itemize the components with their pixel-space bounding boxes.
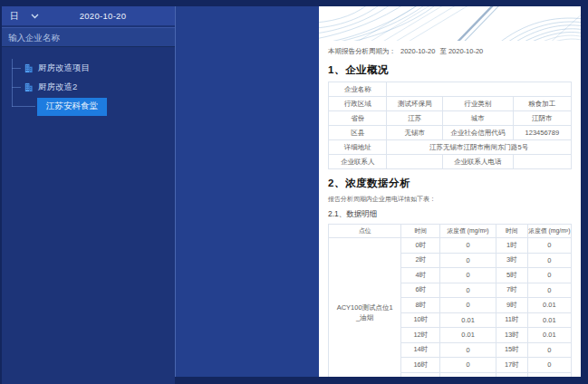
concentration-table-cell: 0 bbox=[527, 283, 571, 298]
concentration-table-cell: 0 bbox=[527, 253, 571, 268]
concentration-table-cell: 0.01 bbox=[440, 312, 496, 328]
period-prefix: 本期报告分析周期为： bbox=[328, 47, 396, 55]
period-selector-bar: 日 2020-10-20 bbox=[2, 6, 175, 25]
concentration-table-cell: 4时 bbox=[401, 268, 440, 283]
company-table-cell: 江阴市 bbox=[513, 111, 571, 126]
concentration-table-cell: 0 bbox=[527, 238, 571, 254]
app-window: 日 2020-10-20 bbox=[0, 0, 588, 384]
tree-item-canteen-selected[interactable]: 江苏安科食堂 bbox=[2, 97, 175, 116]
report-banner-graphic bbox=[319, 6, 581, 41]
concentration-table-cell: 0.01 bbox=[527, 312, 571, 328]
company-table-cell: 企业名称 bbox=[329, 82, 387, 97]
concentration-table-cell: 0.01 bbox=[527, 298, 571, 313]
tree-item-label: 厨房改造项目 bbox=[38, 62, 90, 74]
concentration-table-row: ACY100测试点位1_油烟0时01时0 bbox=[329, 238, 572, 254]
concentration-table-cell: 11时 bbox=[496, 312, 527, 328]
concentration-table-cell: 0时 bbox=[401, 238, 440, 254]
section2-title: 2、浓度数据分析 bbox=[328, 177, 572, 190]
concentration-table-cell: 0 bbox=[440, 238, 496, 254]
company-table-cell: 测试环保局 bbox=[387, 97, 443, 111]
concentration-table-cell: 7时 bbox=[496, 283, 527, 298]
company-table-cell: 企业社会信用代码 bbox=[442, 126, 513, 140]
concentration-table: 点位时间浓度值 (mg/m³)时间浓度值 (mg/m³) ACY100测试点位1… bbox=[328, 224, 572, 377]
company-tree: 厨房改造项目 厨房改造2 bbox=[2, 59, 175, 116]
company-table-cell bbox=[513, 155, 571, 169]
concentration-table-cell: 1时 bbox=[496, 238, 527, 254]
concentration-table-cell: 17时 bbox=[496, 358, 527, 373]
concentration-table-cell: 0 bbox=[440, 298, 496, 313]
concentration-table-cell: 0 bbox=[440, 253, 496, 268]
concentration-table-cell: 9时 bbox=[496, 298, 527, 313]
concentration-table-header: 浓度值 (mg/m³) bbox=[440, 225, 496, 238]
period-end-date: 2020-10-20 bbox=[448, 47, 483, 55]
section2-subtitle: 2.1、数据明细 bbox=[328, 209, 572, 220]
company-table-cell: 粮食加工 bbox=[513, 97, 571, 111]
concentration-table-cell: 5时 bbox=[496, 268, 527, 283]
period-separator: 至 bbox=[439, 47, 447, 55]
concentration-table-cell: 0 bbox=[527, 358, 571, 373]
tree-item-project-1[interactable]: 厨房改造项目 bbox=[2, 59, 175, 78]
granularity-label: 日 bbox=[10, 10, 19, 23]
concentration-table-cell bbox=[527, 372, 571, 377]
concentration-table-cell: 0 bbox=[527, 342, 571, 358]
company-table-cell: 行业类别 bbox=[442, 97, 513, 111]
tree-item-project-2[interactable]: 厨房改造2 bbox=[2, 78, 175, 97]
company-table-cell: 123456789 bbox=[513, 126, 571, 140]
company-table-cell: 详细地址 bbox=[329, 140, 387, 155]
company-table-cell: 江苏 bbox=[387, 111, 443, 126]
section2-description: 报告分析周期内企业用电详情如下表： bbox=[328, 195, 572, 204]
report-body: 本期报告分析周期为：2020-10-20至2020-10-20 1、企业概况 企… bbox=[319, 47, 581, 377]
concentration-table-cell: 8时 bbox=[401, 298, 440, 313]
tree-item-label: 厨房改造2 bbox=[38, 82, 77, 93]
concentration-table-cell: 0 bbox=[440, 342, 496, 358]
concentration-table-cell: 0 bbox=[440, 358, 496, 373]
concentration-table-header: 时间 bbox=[401, 225, 440, 238]
company-table-row: 行政区域测试环保局行业类别粮食加工 bbox=[329, 97, 572, 111]
building-icon bbox=[24, 63, 34, 73]
company-table-cell: 城市 bbox=[442, 111, 513, 126]
report-period-line: 本期报告分析周期为：2020-10-20至2020-10-20 bbox=[328, 47, 572, 56]
company-table-cell: 企业联系人 bbox=[329, 155, 387, 169]
building-icon bbox=[24, 82, 34, 92]
company-table-row: 详细地址江苏无锡市江阴市南闸东门路5号 bbox=[329, 140, 572, 155]
date-picker[interactable]: 2020-10-20 bbox=[39, 11, 167, 21]
concentration-table-cell: 0.01 bbox=[440, 328, 496, 343]
section1-title: 1、企业概况 bbox=[328, 63, 572, 77]
sidebar: 日 2020-10-20 bbox=[2, 6, 175, 384]
point-label-cell: ACY100测试点位1_油烟 bbox=[329, 238, 401, 378]
concentration-table-cell bbox=[496, 372, 527, 377]
company-overview-table: 企业名称行政区域测试环保局行业类别粮食加工省份江苏城市江阴市区县无锡市企业社会信… bbox=[328, 82, 572, 169]
company-table-row: 企业联系人企业联系人电话 bbox=[329, 155, 572, 169]
concentration-table-cell: 16时 bbox=[401, 358, 440, 373]
company-table-row: 区县无锡市企业社会信用代码123456789 bbox=[329, 126, 572, 140]
company-search-input[interactable] bbox=[2, 27, 175, 47]
company-table-cell: 江苏无锡市江阴市南闸东门路5号 bbox=[387, 140, 572, 155]
company-table-cell: 行政区域 bbox=[329, 97, 387, 111]
chevron-down-icon bbox=[31, 14, 39, 19]
company-table-cell bbox=[387, 155, 443, 169]
concentration-table-cell: 10时 bbox=[401, 312, 440, 328]
concentration-table-cell: 6时 bbox=[401, 283, 440, 298]
concentration-table-cell: 13时 bbox=[496, 328, 527, 343]
report-panel: 本期报告分析周期为：2020-10-20至2020-10-20 1、企业概况 企… bbox=[319, 6, 581, 377]
concentration-table-cell: 0.01 bbox=[527, 328, 571, 343]
company-table-cell: 区县 bbox=[329, 126, 387, 140]
concentration-table-header: 时间 bbox=[496, 225, 527, 238]
period-start-date: 2020-10-20 bbox=[400, 47, 435, 55]
concentration-table-cell: 15时 bbox=[496, 342, 527, 358]
company-table-cell: 企业联系人电话 bbox=[442, 155, 513, 169]
concentration-table-cell: 2时 bbox=[401, 253, 440, 268]
concentration-table-header: 浓度值 (mg/m³) bbox=[527, 225, 571, 238]
concentration-table-header: 点位 bbox=[329, 225, 401, 238]
tree-item-label: 江苏安科食堂 bbox=[37, 98, 107, 116]
company-table-cell: 无锡市 bbox=[387, 126, 443, 140]
company-table-row: 企业名称 bbox=[329, 82, 572, 97]
concentration-table-cell: 3时 bbox=[496, 253, 527, 268]
company-table-cell: 省份 bbox=[329, 111, 387, 126]
concentration-table-cell: 0 bbox=[440, 283, 496, 298]
concentration-table-cell: 0 bbox=[527, 268, 571, 283]
concentration-table-cell bbox=[401, 372, 440, 377]
concentration-table-cell bbox=[440, 372, 496, 377]
concentration-table-cell: 12时 bbox=[401, 328, 440, 343]
granularity-select[interactable]: 日 bbox=[10, 10, 39, 23]
